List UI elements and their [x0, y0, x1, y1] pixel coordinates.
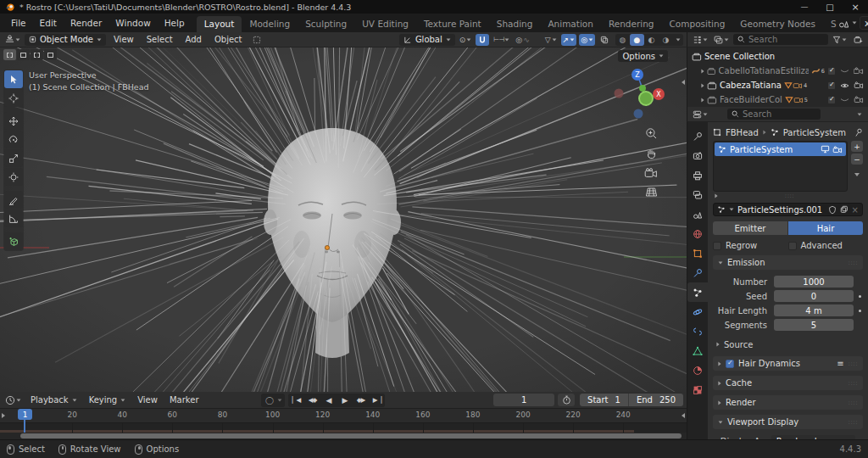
tab-texture-icon[interactable]	[687, 380, 708, 399]
start-frame-field[interactable]: Start 1	[580, 394, 628, 406]
navigation-gizmo[interactable]: Z X	[610, 68, 665, 122]
tool-add-cube[interactable]	[4, 232, 23, 250]
timeline-editor-type-button[interactable]	[3, 394, 23, 406]
number-field[interactable]: 1000	[774, 276, 854, 288]
pivot-point-button[interactable]: ⊙	[458, 34, 474, 46]
gizmos-toggle[interactable]: ↗	[561, 34, 577, 46]
render-visibility-icon[interactable]	[854, 81, 864, 89]
tab-geometry-nodes[interactable]: Geometry Nodes	[732, 16, 823, 32]
tool-move[interactable]	[4, 112, 23, 130]
end-frame-field[interactable]: End 250	[629, 394, 683, 406]
outliner-row-scene-collection[interactable]: Scene Collection	[689, 49, 866, 64]
animate-dot-icon[interactable]	[859, 295, 861, 298]
tab-particles-icon[interactable]	[687, 282, 708, 302]
viewport-display-section-header[interactable]: Viewport Display	[713, 415, 863, 429]
tab-truncated[interactable]: S	[823, 16, 838, 32]
menu-select[interactable]: Select	[142, 35, 178, 44]
play-reverse-button[interactable]: ◀	[320, 394, 337, 407]
menu-marker[interactable]: Marker	[165, 395, 203, 405]
viewport-3d[interactable]: User Perspective (1) Scene Collection | …	[0, 47, 687, 392]
render-visibility-icon[interactable]	[854, 96, 864, 103]
tab-object-icon[interactable]	[687, 243, 708, 263]
presets-icon[interactable]: ≡	[837, 359, 843, 368]
resize-grip-icon[interactable]	[785, 193, 794, 199]
use-preview-range-button[interactable]	[558, 394, 575, 406]
timeline-ruler[interactable]: 20406080100120140160180200220240	[0, 409, 687, 422]
scene-name-field[interactable]: x	[860, 16, 868, 30]
drag-grip-icon[interactable]	[849, 399, 858, 406]
particle-settings-id-field[interactable]: ParticleSettings.001 ×	[713, 203, 863, 216]
outliner-filter-image-button[interactable]	[712, 34, 731, 46]
advanced-option[interactable]: Advanced	[788, 241, 864, 250]
outliner-row-facebuilder[interactable]: FaceBuilderCol 5	[689, 92, 866, 107]
tool-measure[interactable]	[4, 209, 23, 227]
render-section-header[interactable]: Render	[713, 395, 863, 410]
xray-toggle[interactable]	[598, 34, 611, 46]
play-button[interactable]: ▶	[337, 394, 353, 407]
tool-transform[interactable]	[4, 168, 23, 186]
list-specials-chevron[interactable]	[854, 173, 860, 176]
tool-annotate[interactable]	[4, 191, 23, 209]
ruler-right-chevron[interactable]	[682, 413, 685, 418]
next-keyframe-button[interactable]: ◆▶	[353, 394, 369, 407]
menu-playback[interactable]: Playback	[26, 395, 81, 405]
expand-chevron-icon[interactable]	[701, 83, 704, 87]
particle-system-list[interactable]: ParticleSystem	[713, 141, 848, 192]
tab-layout[interactable]: Layout	[197, 16, 242, 32]
list-expand-chevron[interactable]	[715, 194, 717, 198]
tool-select-box[interactable]	[4, 70, 23, 88]
properties-options-chevron[interactable]	[858, 113, 862, 115]
unlink-icon[interactable]: ×	[852, 205, 859, 215]
seed-field[interactable]: 0	[774, 290, 854, 302]
duplicate-icon[interactable]	[840, 205, 849, 214]
shading-material-icon[interactable]: ◐	[644, 34, 659, 46]
shading-rendered-icon[interactable]: ◑	[659, 34, 673, 46]
menu-render[interactable]: Render	[64, 18, 108, 28]
tab-output-icon[interactable]	[687, 165, 708, 185]
menu-object[interactable]: Object	[209, 35, 248, 44]
menu-help[interactable]: Help	[158, 18, 192, 28]
render-visibility-icon[interactable]	[832, 146, 843, 154]
breadcrumb-data[interactable]: ParticleSystem	[783, 128, 846, 137]
select-mode-intersect-button[interactable]	[44, 49, 57, 60]
tab-object-data-icon[interactable]	[687, 341, 708, 360]
shading-solid-icon[interactable]: ●	[630, 34, 644, 46]
playhead[interactable]: 1	[18, 409, 32, 420]
auto-key-chevron[interactable]	[278, 399, 282, 401]
particle-settings-name[interactable]: ParticleSettings.001	[737, 205, 825, 215]
show-gizmo-dropdown[interactable]: ▽	[543, 34, 559, 46]
timeline-scroll-thumb[interactable]	[20, 433, 682, 438]
pin-icon[interactable]	[854, 128, 863, 137]
tab-modifiers-icon[interactable]	[687, 263, 708, 282]
outliner-row-cabeza[interactable]: CabezaTatiana 4	[689, 78, 866, 92]
timeline-channels[interactable]	[0, 422, 687, 433]
eye-open-icon[interactable]	[840, 82, 849, 89]
current-frame-field[interactable]: 1	[493, 394, 554, 406]
exclude-checkbox[interactable]	[827, 81, 836, 90]
tab-scene-icon[interactable]	[687, 204, 708, 224]
mode-dropdown[interactable]: Object Mode	[25, 34, 106, 46]
select-mode-new-button[interactable]	[3, 49, 16, 60]
settings-browse-chevron[interactable]	[730, 208, 734, 210]
timeline-scrollbar[interactable]	[0, 433, 687, 439]
outliner-display-mode-button[interactable]	[691, 34, 709, 46]
expand-chevron-icon[interactable]	[701, 69, 704, 73]
tab-physics-icon[interactable]	[687, 302, 708, 321]
tab-modeling[interactable]: Modeling	[242, 16, 298, 32]
jump-to-end-button[interactable]: ▶▕	[369, 394, 385, 407]
ruler-left-chevron[interactable]	[2, 413, 5, 418]
regrow-option[interactable]: Regrow	[713, 241, 788, 250]
prev-keyframe-button[interactable]: ◀◆	[304, 394, 320, 407]
proportional-edit-button[interactable]: ◎∿	[514, 34, 531, 46]
menu-add[interactable]: Add	[181, 35, 207, 44]
minimize-button[interactable]	[792, 0, 817, 14]
hair-tab[interactable]: Hair	[788, 221, 863, 235]
hair-length-field[interactable]: 4 m	[774, 304, 854, 316]
eye-closed-icon[interactable]	[840, 68, 849, 75]
tab-shading[interactable]: Shading	[489, 16, 541, 32]
tool-rotate[interactable]	[4, 131, 23, 148]
hair-dynamics-section-header[interactable]: Hair Dynamics ≡	[713, 356, 863, 371]
tab-uv-editing[interactable]: UV Editing	[354, 16, 416, 32]
new-collection-button[interactable]	[851, 34, 865, 46]
emitter-tab[interactable]: Emitter	[713, 221, 787, 235]
